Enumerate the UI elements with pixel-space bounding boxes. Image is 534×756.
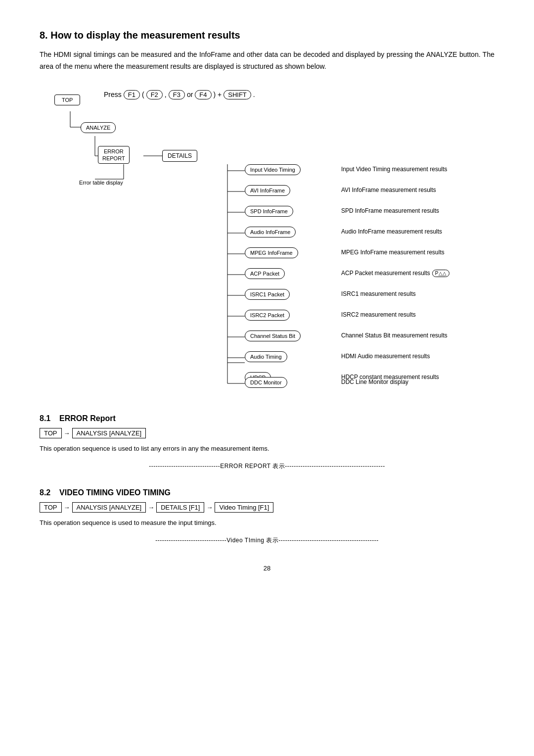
operation-text-8-2: This operation sequence is used to measu… [40, 518, 494, 528]
item-audio-timing: Audio Timing [245, 351, 287, 362]
section-8-1: 8.1 ERROR Report TOP → ANALYSIS [ANALYZE… [40, 414, 494, 471]
desc-isrc1-packet: ISRC1 measurement results [341, 290, 416, 297]
bc-analysis-analyze: ANALYSIS [ANALYZE] [72, 428, 146, 438]
key-f1: F1 [124, 90, 140, 99]
desc-isrc2-packet: ISRC2 measurement results [341, 311, 416, 318]
separator-8-2: --------------------------------Video TI… [40, 536, 494, 545]
section-8-2-title: 8.2 VIDEO TIMING VIDEO TIMING [40, 488, 494, 497]
bc-details-f1: DETAILS [F1] [156, 502, 204, 513]
key-f3: F3 [169, 90, 185, 99]
key-shift: SHIFT [223, 90, 251, 99]
menu-structure-diagram: TOP Press F1 ( F2 , F3 or F4 ) + SHIFT .… [40, 88, 494, 394]
press-instruction: Press F1 ( F2 , F3 or F4 ) + SHIFT . [104, 90, 255, 99]
item-avi-infoframe: AVI InfoFrame [245, 185, 290, 196]
bc-top-2: TOP [40, 502, 62, 513]
item-input-video-timing: Input Video Timing [245, 164, 301, 175]
desc-avi-infoframe: AVI InfoFrame measurement results [341, 187, 436, 193]
key-f4: F4 [195, 90, 211, 99]
press-label: Press [104, 91, 122, 98]
page-number: 28 [40, 565, 494, 572]
section-8-1-number: 8.1 [40, 414, 50, 423]
desc-channel-status-bit: Channel Status Bit measurement results [341, 332, 447, 339]
desc-input-video-timing: Input Video Timing measurement results [341, 166, 447, 173]
section-heading: 8. How to display the measurement result… [40, 30, 494, 41]
analyze-box: ANALYZE [81, 122, 116, 133]
desc-audio-infoframe: Audio InfoFrame measurement results [341, 228, 442, 235]
desc-audio-timing: HDMI Audio measurement results [341, 353, 430, 360]
error-table-label: Error table display [79, 180, 123, 186]
bc-analysis-analyze-2: ANALYSIS [ANALYZE] [72, 502, 146, 513]
section-8-2: 8.2 VIDEO TIMING VIDEO TIMING TOP → ANAL… [40, 488, 494, 545]
item-acp-packet: ACP Packet [245, 268, 285, 279]
section-8-1-label: ERROR Report [59, 414, 116, 423]
section-8-2-label: VIDEO TIMING VIDEO TIMING [59, 488, 171, 497]
bc-arrow-1: → [64, 429, 70, 437]
desc-mpeg-infoframe: MPEG InfoFrame measurement results [341, 249, 445, 256]
desc-spd-infoframe: SPD InfoFrame measurement results [341, 207, 439, 214]
desc-ddc-monitor: DDC Line Monitor display [341, 378, 408, 385]
diagram-lines [40, 88, 494, 394]
item-spd-infoframe: SPD InfoFrame [245, 206, 293, 217]
item-audio-infoframe: Audio InfoFrame [245, 227, 296, 237]
desc-acp-packet: ACP Packet measurement results P△△ [341, 270, 449, 277]
bc-arrow-2b: → [148, 504, 154, 511]
key-f2: F2 [146, 90, 163, 99]
section-8-1-title: 8.1 ERROR Report [40, 414, 494, 423]
intro-paragraph: The HDMI signal timings can be measured … [40, 49, 494, 73]
details-box: DETAILS [162, 150, 197, 162]
section-title: How to display the measurement results [50, 30, 240, 41]
item-isrc1-packet: ISRC1 Packet [245, 289, 290, 300]
error-report-box: ERRORREPORT [98, 146, 130, 164]
bc-video-timing-f1: Video Timing [F1] [215, 502, 273, 513]
breadcrumb-8-2: TOP → ANALYSIS [ANALYZE] → DETAILS [F1] … [40, 502, 494, 513]
section-8-2-number: 8.2 [40, 488, 50, 497]
bc-arrow-2a: → [64, 504, 70, 511]
top-box: TOP [54, 94, 80, 105]
separator-8-1: --------------------------------ERROR RE… [40, 462, 494, 471]
operation-text-8-1: This operation sequence is used to list … [40, 443, 494, 454]
item-channel-status-bit: Channel Status Bit [245, 331, 301, 341]
bc-top: TOP [40, 428, 62, 438]
item-ddc-monitor: DDC Monitor [245, 377, 287, 388]
item-isrc2-packet: ISRC2 Packet [245, 310, 290, 321]
section-number: 8. [40, 30, 48, 41]
item-mpeg-infoframe: MPEG InfoFrame [245, 247, 298, 258]
bc-arrow-2c: → [206, 504, 213, 511]
breadcrumb-8-1: TOP → ANALYSIS [ANALYZE] [40, 428, 494, 438]
